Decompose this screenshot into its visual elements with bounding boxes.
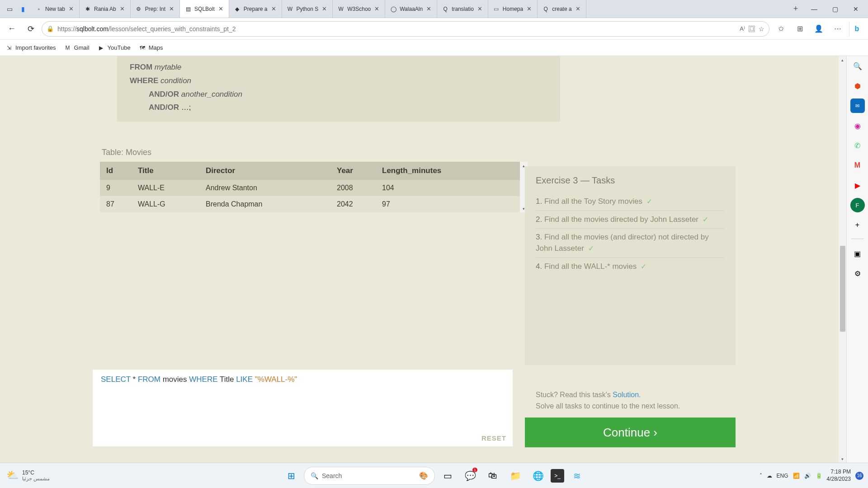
address-bar: ← ⟳ 🔒 https://sqlbolt.com/lesson/select_…: [0, 18, 868, 40]
edge-icon[interactable]: 🌐: [528, 466, 548, 486]
favorite-item[interactable]: ▶YouTube: [98, 44, 131, 52]
page-scrollbar[interactable]: ▴ ▾: [839, 56, 846, 463]
tab-close-icon[interactable]: ✕: [119, 5, 126, 12]
favorites-icon[interactable]: ✩: [772, 21, 789, 37]
browser-tab[interactable]: WPython S✕: [282, 0, 333, 18]
favorite-star-icon[interactable]: ☆: [759, 25, 764, 33]
workspaces-icon[interactable]: ▮: [18, 4, 28, 14]
tab-actions-icon[interactable]: ▭: [5, 4, 14, 14]
battery-icon[interactable]: 🔋: [816, 473, 822, 479]
youtube-icon[interactable]: ▶: [850, 178, 865, 192]
notification-badge[interactable]: 16: [855, 472, 863, 480]
outlook-icon[interactable]: ✉: [850, 99, 865, 113]
hide-sidebar-icon[interactable]: ▣: [850, 246, 865, 261]
chat-icon[interactable]: 💬1: [460, 466, 480, 486]
browser-tab[interactable]: ◯WalaaAln✕: [385, 0, 437, 18]
bing-sidebar-icon[interactable]: b: [849, 21, 864, 37]
system-tray[interactable]: ˄ ☁ ENG 📶 🔊 🔋 7:18 PM 4/28/2023 16: [755, 469, 868, 483]
collections-icon[interactable]: ⊞: [791, 21, 808, 37]
favorite-item[interactable]: MGmail: [64, 44, 90, 52]
reset-button[interactable]: RESET: [481, 434, 506, 442]
favorite-label: Gmail: [74, 44, 90, 51]
browser-tab[interactable]: ⚙Prep: Int✕: [131, 0, 180, 18]
task-view-icon[interactable]: ▭: [438, 466, 458, 486]
tab-close-icon[interactable]: ✕: [217, 5, 224, 12]
favorite-icon: 🗺: [139, 44, 146, 52]
avatar-icon[interactable]: F: [850, 198, 865, 212]
browser-tab[interactable]: ✱Rania Ab✕: [80, 0, 131, 18]
favorite-item[interactable]: 🗺Maps: [139, 44, 163, 52]
tab-label: translatio: [452, 6, 474, 12]
gmail-icon[interactable]: M: [850, 158, 865, 173]
minimize-button[interactable]: —: [804, 0, 825, 18]
new-tab-button[interactable]: +: [788, 4, 804, 14]
search-icon[interactable]: 🔍: [850, 59, 865, 73]
wifi-icon[interactable]: 📶: [793, 473, 800, 479]
browser-tab[interactable]: WW3Schoo✕: [333, 0, 385, 18]
store-icon[interactable]: 🛍: [483, 466, 503, 486]
favorite-icon: ▶: [98, 44, 105, 52]
sql-editor[interactable]: SELECT * FROM movies WHERE Title LIKE "%…: [93, 370, 513, 446]
table-cell: Andrew Stanton: [199, 180, 330, 196]
profile-icon[interactable]: 👤: [810, 21, 827, 37]
browser-tab[interactable]: ▫New tab✕: [31, 0, 80, 18]
menu-icon[interactable]: ⋯: [829, 21, 846, 37]
continue-button[interactable]: Continue ›: [525, 418, 736, 447]
tasks-title: Exercise 3 — Tasks: [536, 175, 725, 186]
browser-tab[interactable]: Qtranslatio✕: [437, 0, 488, 18]
browser-tab[interactable]: ▤SQLBolt✕: [180, 0, 229, 18]
tab-close-icon[interactable]: ✕: [425, 5, 432, 12]
check-icon: ✓: [703, 216, 708, 223]
volume-icon[interactable]: 🔊: [804, 473, 811, 479]
enter-immersive-icon[interactable]: ⿴: [749, 25, 755, 33]
tab-favicon: W: [337, 5, 344, 13]
start-button[interactable]: ⊞: [281, 466, 301, 486]
browser-tab[interactable]: ◆Prepare a✕: [229, 0, 282, 18]
maximize-button[interactable]: ▢: [825, 0, 845, 18]
task-item[interactable]: 3. Find all the movies (and director) no…: [536, 229, 725, 258]
clock[interactable]: 7:18 PM 4/28/2023: [827, 469, 851, 483]
task-item[interactable]: 4. Find all the WALL-* movies ✓: [536, 258, 725, 276]
favorite-item[interactable]: ⇲Import favorites: [5, 44, 56, 52]
url-box[interactable]: 🔒 https://sqlbolt.com/lesson/select_quer…: [42, 21, 769, 37]
back-button[interactable]: ←: [4, 21, 20, 37]
tab-label: Rania Ab: [94, 6, 116, 12]
language-indicator[interactable]: ENG: [777, 473, 788, 479]
solution-link[interactable]: Solution: [613, 391, 639, 399]
tab-close-icon[interactable]: ✕: [526, 5, 533, 12]
tab-close-icon[interactable]: ✕: [373, 5, 380, 12]
tab-close-icon[interactable]: ✕: [476, 5, 483, 12]
tray-chevron-icon[interactable]: ˄: [760, 473, 762, 479]
explorer-icon[interactable]: 📁: [505, 466, 525, 486]
office-icon[interactable]: ⬢: [850, 79, 865, 93]
lock-icon: 🔒: [47, 25, 54, 32]
tab-close-icon[interactable]: ✕: [270, 5, 277, 12]
weather-widget[interactable]: ⛅ 15°C مشمس جزئيا: [0, 469, 56, 482]
close-window-button[interactable]: ✕: [845, 0, 866, 18]
table-cell: 9: [100, 180, 132, 196]
refresh-button[interactable]: ⟳: [23, 21, 39, 37]
tab-close-icon[interactable]: ✕: [321, 5, 328, 12]
page-viewport: FROM mytable WHERE condition AND/OR anot…: [0, 56, 846, 463]
sidebar-add-icon[interactable]: +: [850, 218, 865, 232]
sidebar-settings-icon[interactable]: ⚙: [850, 266, 865, 281]
instagram-icon[interactable]: ◉: [850, 118, 865, 133]
table-cell: 97: [376, 196, 520, 212]
whatsapp-icon[interactable]: ✆: [850, 138, 865, 153]
tab-label: Prep: Int: [145, 6, 165, 12]
browser-tab[interactable]: Qcreate a✕: [538, 0, 586, 18]
tab-close-icon[interactable]: ✕: [575, 5, 581, 12]
tab-label: New tab: [45, 6, 65, 12]
tab-favicon: Q: [542, 5, 549, 13]
browser-tab[interactable]: ▭Homepa✕: [488, 0, 538, 18]
tab-close-icon[interactable]: ✕: [168, 5, 175, 12]
task-item[interactable]: 2. Find all the movies directed by John …: [536, 211, 725, 229]
taskbar-search[interactable]: 🔍 Search 🎨: [304, 467, 435, 485]
terminal-icon[interactable]: >_: [551, 469, 564, 483]
read-aloud-icon[interactable]: A⁾: [740, 25, 745, 32]
tab-label: Prepare a: [244, 6, 268, 12]
onedrive-icon[interactable]: ☁: [767, 473, 772, 479]
task-item[interactable]: 1. Find all the Toy Story movies ✓: [536, 193, 725, 211]
vscode-icon[interactable]: ≋: [567, 466, 587, 486]
tab-close-icon[interactable]: ✕: [68, 5, 75, 12]
